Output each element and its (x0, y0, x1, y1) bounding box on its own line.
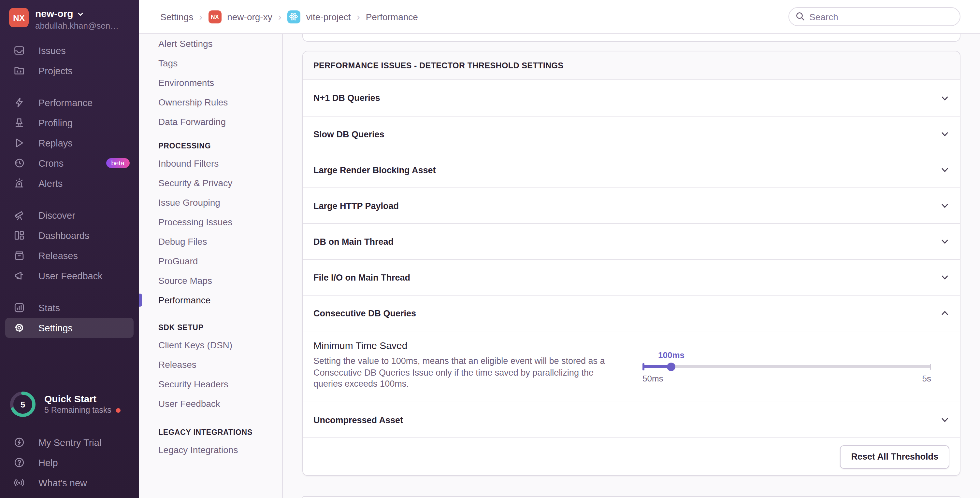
accordion-row-label: N+1 DB Queries (313, 93, 380, 103)
org-switcher[interactable]: NX new-org abdullah.khan@sen… (0, 0, 139, 31)
detector-threshold-panel: PERFORMANCE ISSUES - DETECTOR THRESHOLD … (302, 51, 961, 476)
sidebar-item-label: Discover (38, 210, 75, 220)
accordion-row-n-1-db-queries[interactable]: N+1 DB Queries (303, 80, 960, 116)
settings-nav-item-releases[interactable]: Releases (139, 355, 282, 374)
releases-icon (14, 250, 25, 261)
discover-icon (14, 209, 25, 221)
sidebar-item-what-s-new[interactable]: What's new (0, 473, 139, 493)
settings-nav-label: Source Maps (158, 275, 212, 286)
field-help-text: Setting the value to 100ms, means that a… (313, 355, 618, 390)
slider-track[interactable] (643, 365, 931, 368)
sidebar-item-discover[interactable]: Discover (0, 205, 139, 225)
settings-nav-header-legacy-integrations: LEGACY INTEGRATIONS (139, 424, 282, 440)
org-name: new-org (35, 8, 73, 19)
slider-handle[interactable] (667, 362, 676, 371)
beta-badge: beta (106, 158, 130, 168)
settings-nav-label: Processing Issues (158, 217, 232, 227)
quick-start-panel[interactable]: 5 Quick Start 5 Remaining tasks (0, 390, 139, 418)
sidebar-item-replays[interactable]: Replays (0, 133, 139, 153)
accordion-row-large-http-payload[interactable]: Large HTTP Payload (303, 187, 960, 223)
sidebar-item-issues[interactable]: Issues (0, 40, 139, 60)
settings-nav-item-performance[interactable]: Performance (139, 290, 282, 310)
chevron-down-icon (940, 273, 950, 282)
accordion-row-db-on-main-thread[interactable]: DB on Main Thread (303, 223, 960, 259)
settings-nav-item-legacy-integrations[interactable]: Legacy Integrations (139, 440, 282, 460)
top-header: Settings›NXnew-org-xy›vite-project›Perfo… (139, 0, 980, 34)
primary-sidebar: NX new-org abdullah.khan@sen… IssuesProj… (0, 0, 139, 498)
slider-min-tick (643, 363, 644, 370)
sidebar-item-releases[interactable]: Releases (0, 246, 139, 266)
sidebar-item-settings[interactable]: Settings (5, 318, 134, 338)
accordion-row-label: Large Render Blocking Asset (313, 165, 436, 175)
settings-nav-item-user-feedback[interactable]: User Feedback (139, 394, 282, 413)
settings-nav-item-tags[interactable]: Tags (139, 53, 282, 73)
trial-icon (14, 437, 25, 448)
accordion-row-uncompressed-asset[interactable]: Uncompressed Asset (303, 402, 960, 438)
settings-nav-item-source-maps[interactable]: Source Maps (139, 271, 282, 290)
accordion-row-large-render-blocking-asset[interactable]: Large Render Blocking Asset (303, 152, 960, 187)
reset-all-thresholds-button[interactable]: Reset All Thresholds (840, 445, 950, 468)
accordion-row-slow-db-queries[interactable]: Slow DB Queries (303, 116, 960, 152)
sidebar-item-label: Releases (38, 250, 78, 261)
settings-content: PERFORMANCE ISSUES - DETECTOR THRESHOLD … (283, 34, 980, 498)
sidebar-item-projects[interactable]: Projects (0, 60, 139, 81)
sidebar-item-user-feedback[interactable]: User Feedback (0, 266, 139, 286)
sidebar-item-alerts[interactable]: Alerts (0, 173, 139, 193)
sidebar-item-performance[interactable]: Performance (0, 92, 139, 113)
settings-nav-header-processing: PROCESSING (139, 138, 282, 154)
settings-nav-item-proguard[interactable]: ProGuard (139, 251, 282, 271)
panel-title: PERFORMANCE ISSUES - DETECTOR THRESHOLD … (303, 51, 960, 80)
settings-nav-label: Ownership Rules (158, 97, 228, 108)
settings-nav-item-inbound-filters[interactable]: Inbound Filters (139, 154, 282, 173)
settings-nav-item-client-keys-dsn[interactable]: Client Keys (DSN) (139, 335, 282, 355)
accordion-row-file-i-o-on-main-thread[interactable]: File I/O on Main Thread (303, 259, 960, 295)
settings-nav-item-alert-settings[interactable]: Alert Settings (139, 34, 282, 53)
breadcrumb-settings[interactable]: Settings (160, 11, 193, 22)
settings-nav-item-issue-grouping[interactable]: Issue Grouping (139, 193, 282, 212)
settings-nav-item-debug-files[interactable]: Debug Files (139, 232, 282, 251)
sidebar-item-label: User Feedback (38, 271, 103, 281)
accordion-row-label: File I/O on Main Thread (313, 273, 410, 282)
sidebar-nav: IssuesProjectsPerformanceProfilingReplay… (0, 40, 139, 338)
settings-nav-item-ownership-rules[interactable]: Ownership Rules (139, 92, 282, 112)
settings-nav-item-processing-issues[interactable]: Processing Issues (139, 212, 282, 232)
accordion-row-consecutive-db-queries[interactable]: Consecutive DB Queries (303, 295, 960, 331)
sidebar-item-help[interactable]: Help (0, 452, 139, 473)
user-feedback-icon (14, 270, 25, 281)
settings-nav-item-security-privacy[interactable]: Security & Privacy (139, 173, 282, 193)
next-panel-edge (302, 496, 961, 498)
search-input[interactable] (788, 7, 961, 26)
settings-nav-label: Debug Files (158, 236, 207, 247)
sidebar-item-dashboards[interactable]: Dashboards (0, 225, 139, 246)
settings-nav-label: Environments (158, 78, 214, 88)
settings-nav-label: Legacy Integrations (158, 445, 238, 455)
consecutive-db-queries-settings: Minimum Time Saved Setting the value to … (303, 331, 960, 402)
quick-start-subtitle: 5 Remaining tasks (44, 405, 111, 416)
replays-icon (14, 137, 25, 148)
breadcrumb-new-org-xy[interactable]: new-org-xy (227, 11, 272, 22)
breadcrumb-vite-project[interactable]: vite-project (306, 11, 351, 22)
settings-icon (14, 322, 25, 333)
chevron-down-icon (77, 10, 84, 17)
settings-nav-item-security-headers[interactable]: Security Headers (139, 374, 282, 394)
sidebar-item-crons[interactable]: Cronsbeta (0, 153, 139, 173)
settings-nav-item-environments[interactable]: Environments (139, 73, 282, 92)
settings-nav-label: Data Forwarding (158, 117, 226, 127)
notification-dot (116, 408, 121, 412)
settings-nav-label: Client Keys (DSN) (158, 340, 232, 350)
settings-nav-item-data-forwarding[interactable]: Data Forwarding (139, 112, 282, 132)
sidebar-item-profiling[interactable]: Profiling (0, 113, 139, 133)
breadcrumb-performance: Performance (366, 11, 418, 22)
settings-nav-label: Tags (158, 58, 178, 68)
field-label: Minimum Time Saved (313, 339, 618, 352)
quick-start-progress-ring: 5 (9, 390, 37, 418)
sidebar-item-stats[interactable]: Stats (0, 298, 139, 318)
settings-nav-label: User Feedback (158, 398, 220, 409)
sidebar-item-label: Dashboards (38, 230, 89, 241)
settings-nav-header-sdk-setup: SDK SETUP (139, 320, 282, 335)
sidebar-footer: My Sentry TrialHelpWhat's new (0, 432, 139, 498)
slider-value-label: 100ms (658, 350, 684, 360)
sidebar-item-my-sentry-trial[interactable]: My Sentry Trial (0, 432, 139, 452)
settings-nav-label: Issue Grouping (158, 197, 220, 208)
sidebar-item-label: Stats (38, 302, 60, 313)
